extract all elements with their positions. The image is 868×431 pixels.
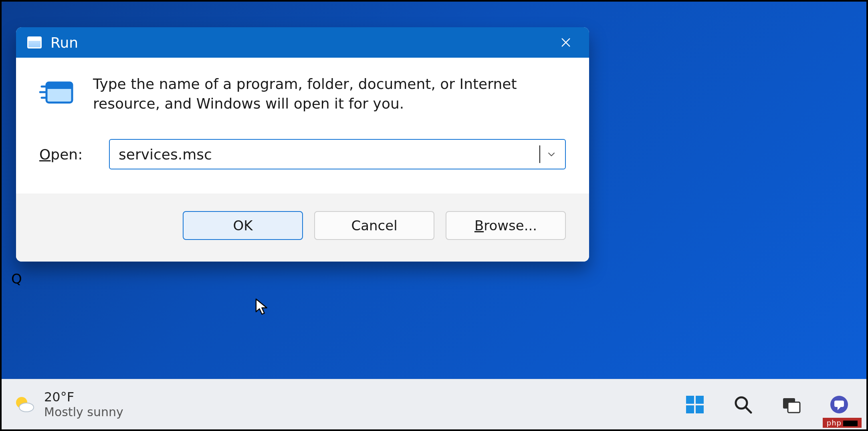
chat-icon: [829, 394, 850, 415]
text-caret: [539, 145, 540, 163]
cancel-button[interactable]: Cancel: [314, 211, 434, 240]
open-combobox[interactable]: [109, 139, 566, 169]
weather-condition: Mostly sunny: [44, 405, 123, 419]
chevron-down-icon: [547, 149, 556, 159]
dialog-description: Type the name of a program, folder, docu…: [93, 75, 566, 113]
mouse-cursor: [255, 298, 271, 316]
browse-button[interactable]: Browse...: [446, 211, 566, 240]
start-button[interactable]: [682, 392, 708, 417]
dialog-title: Run: [50, 34, 78, 51]
svg-rect-7: [696, 405, 704, 413]
run-dialog: Run Type the name of a program, folder, …: [16, 27, 589, 262]
dialog-body: Type the name of a program, folder, docu…: [16, 58, 589, 193]
taskbar-icons: [682, 392, 855, 417]
weather-text: 20°F Mostly sunny: [44, 389, 123, 419]
svg-rect-5: [696, 396, 704, 404]
svg-point-3: [19, 403, 34, 412]
open-input[interactable]: [119, 146, 541, 163]
search-icon: [733, 394, 753, 415]
svg-line-9: [746, 407, 751, 413]
dialog-titlebar[interactable]: Run: [16, 27, 589, 58]
svg-rect-6: [686, 405, 694, 413]
watermark: php: [823, 418, 862, 428]
windows-start-icon: [684, 394, 705, 415]
run-icon: [39, 79, 75, 107]
dialog-footer: OK Cancel Browse...: [16, 193, 589, 262]
weather-widget[interactable]: 20°F Mostly sunny: [13, 389, 123, 419]
task-view-icon: [781, 394, 801, 415]
open-label: Open:: [39, 146, 91, 163]
close-button[interactable]: [550, 31, 582, 54]
chat-button[interactable]: [826, 392, 852, 417]
desktop-label-fragment: Q: [11, 271, 22, 287]
taskbar: 20°F Mostly sunny: [2, 379, 866, 429]
open-dropdown-button[interactable]: [546, 149, 557, 160]
svg-rect-13: [834, 401, 844, 407]
svg-rect-11: [788, 402, 800, 413]
desktop-screen: Q Run Type the name of a program, folder: [0, 0, 868, 431]
run-titlebar-icon: [27, 36, 42, 48]
task-view-button[interactable]: [778, 392, 804, 417]
search-button[interactable]: [730, 392, 756, 417]
svg-rect-1: [46, 83, 72, 89]
weather-temp: 20°F: [44, 389, 123, 405]
close-icon: [560, 37, 571, 48]
ok-button[interactable]: OK: [183, 211, 303, 240]
svg-rect-4: [686, 396, 694, 404]
weather-icon: [13, 393, 35, 415]
